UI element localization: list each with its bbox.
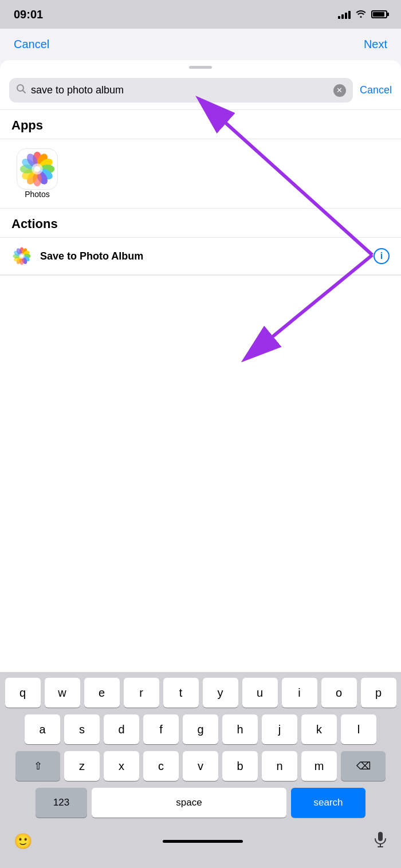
svg-line-1: [23, 91, 26, 93]
app-item-photos[interactable]: Photos: [11, 148, 63, 199]
app-label-photos: Photos: [25, 190, 50, 199]
svg-point-29: [19, 253, 25, 259]
key-w[interactable]: w: [45, 678, 80, 708]
divider-actions-bottom: [0, 275, 401, 276]
photos-app-icon: [17, 148, 58, 190]
action-label-save-photo-album: Save to Photo Album: [40, 250, 365, 262]
svg-rect-34: [378, 832, 383, 841]
emoji-button[interactable]: 🙂: [14, 832, 32, 850]
sheet-handle: [189, 66, 212, 69]
key-l[interactable]: l: [341, 714, 376, 744]
key-h[interactable]: h: [222, 714, 258, 744]
search-icon: [16, 84, 26, 97]
battery-icon: [371, 10, 387, 18]
key-k[interactable]: k: [301, 714, 337, 744]
key-c[interactable]: c: [143, 751, 179, 781]
key-e[interactable]: e: [84, 678, 120, 708]
search-input-wrapper[interactable]: save to photo album ✕: [9, 78, 353, 103]
home-indicator: [163, 840, 243, 843]
key-numbers[interactable]: 123: [36, 788, 87, 818]
key-space[interactable]: space: [92, 788, 286, 818]
key-q[interactable]: q: [5, 678, 41, 708]
key-n[interactable]: n: [262, 751, 297, 781]
actions-section-header: Actions: [0, 209, 401, 237]
search-clear-button[interactable]: ✕: [333, 84, 346, 97]
apps-section-header: Apps: [0, 110, 401, 139]
key-row-2: a s d f g h j k l: [2, 714, 399, 744]
nav-next-label: Next: [364, 38, 387, 51]
info-button[interactable]: i: [374, 248, 390, 264]
action-item-save-photo-album[interactable]: Save to Photo Album i: [0, 238, 401, 275]
key-shift[interactable]: ⇧: [15, 751, 60, 781]
bottom-bar: 🙂: [0, 827, 401, 868]
key-u[interactable]: u: [242, 678, 278, 708]
keyboard-rows: q w e r t y u i o p a s d f g h j k l ⇧ …: [0, 672, 401, 827]
key-y[interactable]: y: [203, 678, 238, 708]
apps-grid: Photos: [0, 139, 401, 208]
key-t[interactable]: t: [163, 678, 199, 708]
key-v[interactable]: v: [183, 751, 218, 781]
key-row-4: 123 space search: [2, 788, 399, 818]
key-i[interactable]: i: [282, 678, 317, 708]
key-r[interactable]: r: [124, 678, 159, 708]
status-icons: [338, 9, 387, 20]
key-row-3: ⇧ z x c v b n m ⌫: [2, 751, 399, 781]
status-bar: 09:01: [0, 0, 401, 29]
key-a[interactable]: a: [25, 714, 60, 744]
wifi-icon: [355, 9, 367, 20]
key-o[interactable]: o: [321, 678, 357, 708]
svg-point-15: [32, 163, 42, 174]
search-bar-row: save to photo album ✕ Cancel: [0, 73, 401, 109]
cancel-button[interactable]: Cancel: [360, 84, 392, 96]
key-g[interactable]: g: [183, 714, 218, 744]
key-p[interactable]: p: [361, 678, 396, 708]
key-m[interactable]: m: [301, 751, 337, 781]
key-s[interactable]: s: [64, 714, 100, 744]
microphone-button[interactable]: [374, 831, 387, 851]
key-search[interactable]: search: [291, 788, 365, 818]
action-icon-photos: [11, 246, 32, 266]
nav-cancel-label: Cancel: [14, 38, 49, 51]
key-z[interactable]: z: [64, 751, 100, 781]
key-f[interactable]: f: [143, 714, 179, 744]
search-input[interactable]: save to photo album: [31, 84, 329, 96]
key-delete[interactable]: ⌫: [341, 751, 386, 781]
signal-icon: [338, 10, 351, 19]
keyboard: q w e r t y u i o p a s d f g h j k l ⇧ …: [0, 672, 401, 868]
key-j[interactable]: j: [262, 714, 297, 744]
status-time: 09:01: [14, 8, 43, 21]
key-x[interactable]: x: [104, 751, 139, 781]
key-row-1: q w e r t y u i o p: [2, 678, 399, 708]
key-d[interactable]: d: [104, 714, 139, 744]
key-b[interactable]: b: [222, 751, 258, 781]
nav-bar: Cancel Next: [0, 29, 401, 60]
